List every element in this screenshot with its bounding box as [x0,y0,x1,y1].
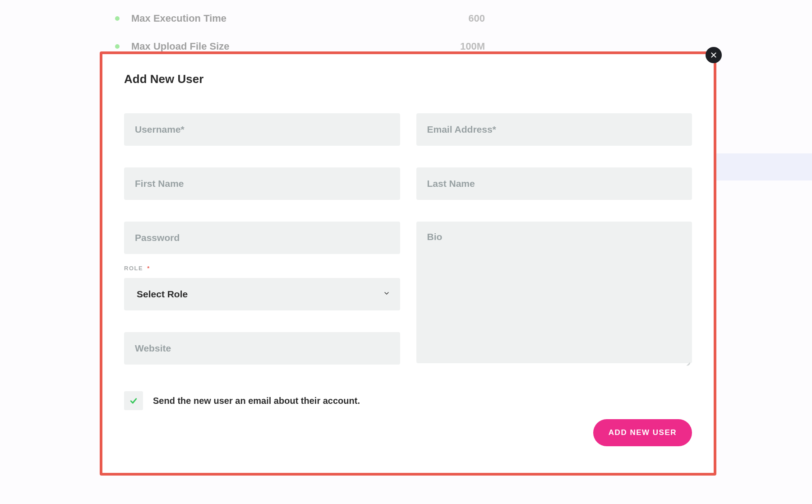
firstname-input[interactable] [124,167,400,200]
form-column-right [416,113,692,365]
list-item-value: 100M [449,41,485,52]
lastname-input[interactable] [416,167,692,200]
modal-title: Add New User [124,72,692,86]
bio-textarea[interactable] [416,222,692,363]
website-input[interactable] [124,332,400,365]
password-input[interactable] [124,222,400,254]
add-user-modal: Add New User ROLE * Select Role [100,51,716,476]
form-grid: ROLE * Select Role [124,113,692,365]
role-select[interactable]: Select Role [124,278,400,310]
form-column-left: ROLE * Select Role [124,113,400,365]
email-input[interactable] [416,113,692,146]
role-label-text: ROLE [124,265,143,272]
bio-wrap [416,222,692,365]
send-email-checkbox-row: Send the new user an email about their a… [124,391,692,410]
list-item-label: Max Upload File Size [131,41,449,52]
send-email-checkbox[interactable] [124,391,143,410]
modal-actions: ADD NEW USER [124,419,692,446]
status-dot-icon [115,16,120,21]
status-dot-icon [115,44,120,49]
role-label: ROLE * [124,265,400,272]
required-asterisk: * [147,265,150,272]
check-icon [129,396,138,405]
add-new-user-button[interactable]: ADD NEW USER [593,419,692,446]
role-field-block: ROLE * Select Role [124,265,400,310]
role-select-value: Select Role [137,289,188,300]
list-item-label: Max Execution Time [131,13,449,24]
username-input[interactable] [124,113,400,146]
send-email-label: Send the new user an email about their a… [153,396,360,406]
role-select-wrap: Select Role [124,278,400,310]
close-button[interactable] [706,47,722,63]
list-item-value: 600 [449,13,485,24]
close-icon [710,51,717,59]
list-item: Max Execution Time 600 [115,5,485,32]
